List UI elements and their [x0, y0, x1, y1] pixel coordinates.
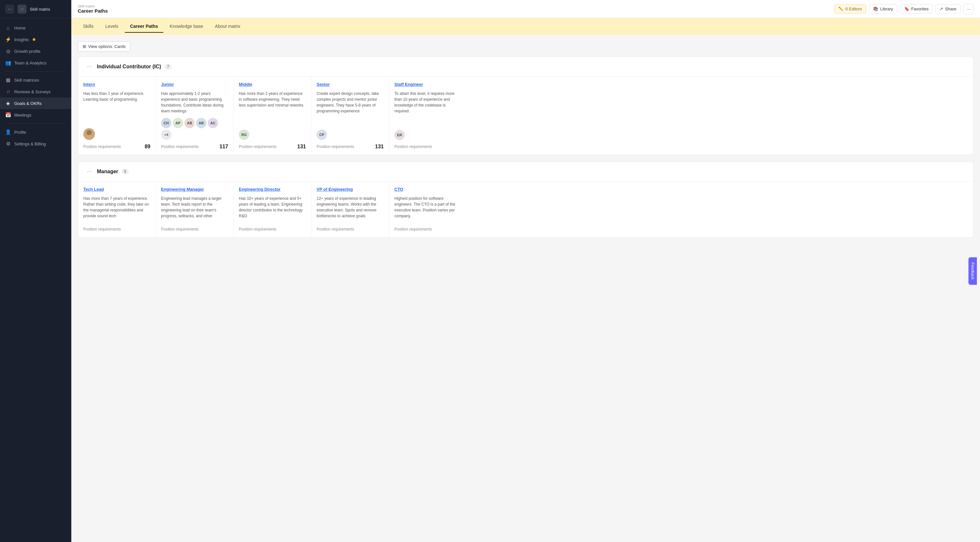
manager-cards-container: Tech Lead Has more than 7 years of exper… — [78, 182, 973, 237]
avatar-ch: CH — [161, 118, 172, 128]
staff-engineer-avatars: ER — [395, 130, 462, 140]
sidebar-item-skill-matrices[interactable]: ▦ Skill matrices — [0, 74, 71, 86]
view-options-label: View options: Cards — [88, 44, 126, 49]
skill-matrices-icon: ▦ — [5, 77, 11, 83]
staff-engineer-title[interactable]: Staff Engineer — [395, 82, 462, 87]
senior-avatars: CP — [317, 130, 384, 140]
card-junior: Junior Has approximately 1-2 years exper… — [156, 77, 234, 155]
middle-position-value: 131 — [297, 144, 306, 150]
tabbar: Skills Levels Career Paths Knowledge bas… — [71, 18, 980, 35]
tech-lead-position-label: Position requirements — [83, 227, 121, 232]
senior-title[interactable]: Senior — [317, 82, 384, 87]
topbar-right: ✏️ 6 Editors 📚 Library 🔖 Favorites ↗ Sha… — [834, 4, 974, 14]
sidebar-item-label: Growth profile — [14, 49, 40, 54]
filter-icon: ⊞ — [83, 44, 86, 49]
profile-icon: 👤 — [5, 129, 11, 135]
bookmark-icon: 🔖 — [904, 6, 909, 11]
svg-point-1 — [85, 135, 93, 140]
intern-description: Has less than 1 year of experience. Lear… — [83, 91, 150, 124]
reviews-icon: ☆ — [5, 89, 11, 95]
ic-section: ··· Individual Contributor (IC) 7 Intern… — [78, 57, 974, 155]
library-label: Library — [880, 6, 893, 11]
cto-title[interactable]: CTO — [395, 187, 462, 192]
senior-footer: Position requirements 131 — [317, 144, 384, 150]
sidebar-item-label: Reviews & Surveys — [14, 89, 51, 94]
sidebar-item-label: Insights — [14, 37, 29, 42]
sidebar-nav: ⌂ Home ⚡ Insights ◎ Growth profile 👥 Tea… — [0, 19, 71, 154]
sidebar-item-team-analytics[interactable]: 👥 Team & Analytics — [0, 57, 71, 69]
ic-cards-container: Intern Has less than 1 year of experienc… — [78, 77, 973, 155]
card-tech-lead: Tech Lead Has more than 7 years of exper… — [78, 182, 156, 237]
sidebar-item-label: Settings & Billing — [14, 141, 46, 146]
app-icon: □ — [18, 5, 27, 14]
tech-lead-footer: Position requirements — [83, 227, 150, 232]
staff-engineer-description: To attain this level, it requires more t… — [395, 91, 462, 126]
manager-menu-button[interactable]: ··· — [84, 167, 94, 176]
senior-position-value: 131 — [375, 144, 384, 150]
tab-levels[interactable]: Levels — [100, 21, 124, 33]
staff-engineer-footer: Position requirements — [395, 144, 462, 150]
cto-description: Highest position for software engineers.… — [395, 196, 462, 219]
sidebar-back-button[interactable]: ← — [5, 5, 14, 14]
library-button[interactable]: 📚 Library — [869, 4, 897, 14]
sidebar-item-home[interactable]: ⌂ Home — [0, 22, 71, 34]
tab-about-matrix[interactable]: About matrix — [210, 21, 246, 33]
manager-section: ··· Manager 5 Tech Lead Has more than 7 … — [78, 162, 974, 238]
vp-engineering-footer: Position requirements — [317, 227, 384, 232]
staff-engineer-position-label: Position requirements — [395, 144, 432, 150]
share-button[interactable]: ↗ Share — [935, 4, 961, 14]
sidebar-item-growth-profile[interactable]: ◎ Growth profile — [0, 45, 71, 57]
sidebar-item-meetings[interactable]: 📅 Meetings — [0, 109, 71, 121]
middle-avatars: RG — [239, 130, 306, 140]
goals-icon: ◈ — [5, 100, 11, 106]
sidebar-item-label: Team & Analytics — [14, 60, 46, 65]
insights-badge — [33, 38, 35, 41]
middle-position-label: Position requirements — [239, 144, 277, 150]
feedback-tab[interactable]: Feedback — [969, 257, 977, 285]
junior-avatars: CH AP AB AB AC +4 — [161, 118, 228, 140]
tech-lead-title[interactable]: Tech Lead — [83, 187, 150, 192]
home-icon: ⌂ — [5, 25, 11, 31]
middle-footer: Position requirements 131 — [239, 144, 306, 150]
junior-footer: Position requirements 117 — [161, 144, 228, 150]
engineering-director-title[interactable]: Engineering Director — [239, 187, 306, 192]
pencil-icon: ✏️ — [838, 6, 843, 11]
favorites-label: Favorites — [911, 6, 929, 11]
avatar-cp: CP — [317, 130, 327, 140]
sidebar-item-settings-billing[interactable]: ⚙ Settings & Billing — [0, 138, 71, 150]
content-area: ⊞ View options: Cards ··· Individual Con… — [71, 35, 980, 542]
engineering-manager-footer: Position requirements — [161, 227, 228, 232]
sidebar: ← □ Skill matrix ⌂ Home ⚡ Insights ◎ Gro… — [0, 0, 71, 542]
sidebar-item-insights[interactable]: ⚡ Insights — [0, 34, 71, 45]
more-button[interactable]: ··· — [963, 4, 974, 14]
intern-title[interactable]: Intern — [83, 82, 150, 87]
sidebar-item-reviews-surveys[interactable]: ☆ Reviews & Surveys — [0, 86, 71, 97]
main-area: Skill matrix Career Paths ✏️ 6 Editors 📚… — [71, 0, 980, 542]
ic-section-count: 7 — [164, 64, 172, 70]
view-options-button[interactable]: ⊞ View options: Cards — [78, 41, 130, 51]
middle-title[interactable]: Middle — [239, 82, 306, 87]
sidebar-item-profile[interactable]: 👤 Profile — [0, 126, 71, 138]
vp-engineering-title[interactable]: VP of Engineering — [317, 187, 384, 192]
favorites-button[interactable]: 🔖 Favorites — [900, 4, 933, 14]
manager-section-count: 5 — [121, 169, 129, 174]
sidebar-item-goals-okrs[interactable]: ◈ Goals & OKRs — [0, 97, 71, 109]
junior-position-value: 117 — [220, 144, 228, 150]
intern-position-label: Position requirements — [83, 144, 121, 150]
sidebar-item-label: Goals & OKRs — [14, 101, 42, 106]
tab-knowledge-base[interactable]: Knowledge base — [165, 21, 209, 33]
engineering-manager-title[interactable]: Engineering Manager — [161, 187, 228, 192]
junior-title[interactable]: Junior — [161, 82, 228, 87]
ic-section-title: Individual Contributor (IC) — [97, 64, 161, 70]
editors-label: 6 Editors — [845, 6, 862, 11]
card-intern: Intern Has less than 1 year of experienc… — [78, 77, 156, 155]
sidebar-header: ← □ Skill matrix — [0, 0, 71, 19]
intern-footer: Position requirements 89 — [83, 144, 150, 150]
team-analytics-icon: 👥 — [5, 60, 11, 66]
avatar-ab1: AB — [185, 118, 195, 128]
tab-skills[interactable]: Skills — [78, 21, 99, 33]
editors-button[interactable]: ✏️ 6 Editors — [834, 4, 866, 14]
tab-career-paths[interactable]: Career Paths — [125, 21, 163, 33]
ic-menu-button[interactable]: ··· — [84, 62, 94, 71]
card-cto: CTO Highest position for software engine… — [389, 182, 467, 237]
